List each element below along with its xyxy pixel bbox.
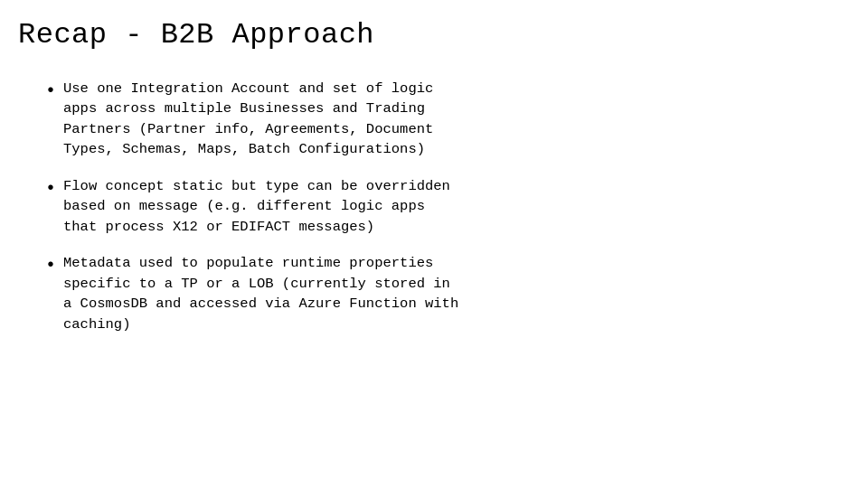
bullet-text-3: Metadata used to populate runtime proper… xyxy=(63,253,458,334)
bullet-text-1: Use one Integration Account and set of l… xyxy=(63,79,433,160)
bullet-dot-3: • xyxy=(45,253,56,278)
bullet-text-2: Flow concept static but type can be over… xyxy=(63,176,450,237)
bullet-dot-2: • xyxy=(45,176,56,202)
bullet-list: • Use one Integration Account and set of… xyxy=(45,79,841,334)
page-container: Recap - B2B Approach • Use one Integrati… xyxy=(0,0,868,488)
list-item: • Flow concept static but type can be ov… xyxy=(45,176,841,237)
page-title: Recap - B2B Approach xyxy=(18,18,841,52)
list-item: • Use one Integration Account and set of… xyxy=(45,79,841,160)
list-item: • Metadata used to populate runtime prop… xyxy=(45,253,841,334)
bullet-dot-1: • xyxy=(45,79,56,104)
